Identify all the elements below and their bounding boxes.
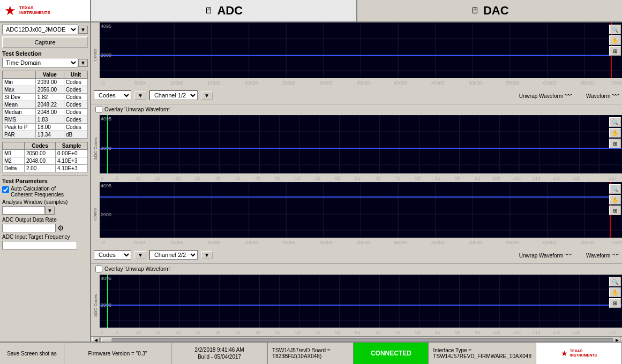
stats-value: 1.82 xyxy=(35,94,64,101)
chart2-scroll-thumb[interactable] xyxy=(101,338,112,342)
chart1-channel-select[interactable]: Channel 1/2 xyxy=(149,90,198,100)
auto-calc-label: Auto Calculation of Coherent Frequencies xyxy=(11,186,64,198)
time-domain-row: Time Domain ▼ xyxy=(2,58,88,67)
marker-sample: 4.10E+3 xyxy=(55,157,87,165)
chart2-channel-select[interactable]: Channel 2/2 xyxy=(149,250,198,260)
time-domain-select[interactable]: Time Domain xyxy=(2,58,78,67)
svg-text:10000: 10000 xyxy=(170,80,183,86)
svg-text:10: 10 xyxy=(136,176,141,181)
stats-label: Peak to P xyxy=(3,124,36,131)
stats-label: St Dev xyxy=(3,94,36,101)
svg-text:10: 10 xyxy=(136,330,141,335)
chart2-codes-select[interactable]: Codes xyxy=(94,250,131,260)
adc-input-freq-input[interactable]: 197.970000000M xyxy=(2,241,77,249)
chart2-waveform-x-svg: 0 5 10 15 20 25 30 35 40 45 50 55 xyxy=(100,328,622,336)
svg-text:0: 0 xyxy=(101,176,103,181)
chart2-overlay-checkbox[interactable] xyxy=(95,266,102,272)
chart1-codes-svg: 4095 2000 0- xyxy=(100,22,622,87)
chart2-waveform-fit-icon[interactable]: ⊞ xyxy=(609,298,621,308)
stats-value: 13.34 xyxy=(35,131,64,139)
capture-button[interactable]: Capture xyxy=(2,36,88,48)
chart2-scroll-track[interactable] xyxy=(100,338,613,342)
chart1-waveform-y-area: ADC Codes xyxy=(91,115,100,182)
stats-row: Peak to P18.00Codes xyxy=(3,124,88,131)
chart1-codes-select[interactable]: Codes xyxy=(94,90,131,100)
mode-dropdown-arrow[interactable]: ▼ xyxy=(78,26,88,34)
svg-text:115: 115 xyxy=(553,176,561,181)
svg-text:115: 115 xyxy=(553,330,561,335)
chart2-overlay-label: Overlay 'Unwrap Waveform' xyxy=(104,266,170,272)
gear-icon[interactable]: ⚙ xyxy=(57,224,64,232)
chart2-zoom-icon[interactable]: 🔍 xyxy=(609,184,621,194)
stats-value: 1.83 xyxy=(35,116,64,124)
chart1-pan-icon[interactable]: ✋ xyxy=(609,35,621,45)
time-domain-arrow[interactable]: ▼ xyxy=(78,59,88,67)
chart1-waveform-zoom-icon[interactable]: 🔍 xyxy=(609,117,621,127)
stats-unit: Codes xyxy=(64,116,87,124)
analysis-window-arrow[interactable]: ▼ xyxy=(45,207,55,215)
chart1-codes-btn[interactable]: ▼ xyxy=(134,92,146,100)
chart1-waveform-fit-icon[interactable]: ⊞ xyxy=(609,139,621,148)
chart1-overlay-checkbox[interactable] xyxy=(95,106,102,113)
svg-text:50000: 50000 xyxy=(468,240,482,245)
stats-table: Value Unit Min2039.00CodesMax2056.00Code… xyxy=(2,71,88,139)
chart2-scroll-left[interactable]: ◀ xyxy=(92,337,100,342)
save-screenshot-cell[interactable]: Save Screen shot as xyxy=(0,343,64,364)
adc-output-rate-input[interactable]: 2.5G xyxy=(2,224,56,232)
stats-label: Median xyxy=(3,109,36,116)
svg-text:5000: 5000 xyxy=(134,80,145,86)
test-params-label: Test Parameters xyxy=(2,176,88,184)
mode-dropdown[interactable]: ADC12DJx00_JMODE xyxy=(2,25,78,34)
chart2-pan-icon[interactable]: ✋ xyxy=(609,195,621,204)
dac-tab[interactable]: 🖥 DAC xyxy=(357,0,623,21)
chart1-codes-area: Codes xyxy=(91,22,622,87)
stats-row: PAR13.34dB xyxy=(3,131,88,139)
svg-text:50: 50 xyxy=(295,330,301,335)
chart1-x-axis-svg: 0 5000 10000 15000 20000 25000 30000 350… xyxy=(100,78,622,87)
stats-label: Mean xyxy=(3,101,36,109)
chart2-waveform-zoom-icon[interactable]: 🔍 xyxy=(609,277,621,286)
svg-text:4095: 4095 xyxy=(101,116,111,122)
chart1-waveform-svg: 4095 2000 0- xyxy=(100,115,622,182)
stats-row: Min2039.00Codes xyxy=(3,79,88,86)
chart1-fit-icon[interactable]: ⊞ xyxy=(609,46,621,56)
svg-text:2000: 2000 xyxy=(101,52,111,58)
auto-calc-checkbox[interactable] xyxy=(2,186,9,193)
interface-label: Interface Type = TSW14J57REVD_FIRMWARE_1… xyxy=(433,347,531,359)
chart2-waveform-pan-icon[interactable]: ✋ xyxy=(609,287,621,297)
stats-row: RMS1.83Codes xyxy=(3,116,88,124)
svg-text:25: 25 xyxy=(195,176,200,181)
chart1-waveform-pan-icon[interactable]: ✋ xyxy=(609,128,621,138)
chart2-x-axis: 0 5000 10000 15000 20000 25000 30000 350… xyxy=(100,238,622,246)
svg-text:75: 75 xyxy=(395,176,400,181)
chart2-scroll-right[interactable]: ▶ xyxy=(613,337,621,342)
svg-text:35: 35 xyxy=(235,176,241,181)
chart1-channel-btn[interactable]: ▼ xyxy=(201,92,213,100)
board-cell: TSW14J57revD Board = T823BFIZ(10AX048) xyxy=(268,343,354,364)
chart2-channel-btn[interactable]: ▼ xyxy=(201,251,213,259)
chart2-scrollbar[interactable]: ◀ ▶ xyxy=(91,336,622,342)
ti-end-logo: ★ TEXAS INSTRUMENTS xyxy=(536,343,622,364)
svg-text:45: 45 xyxy=(275,176,280,181)
svg-text:0: 0 xyxy=(102,240,105,245)
dac-label: DAC xyxy=(483,4,509,18)
adc-input-freq-row: 197.970000000M xyxy=(2,241,88,249)
svg-text:75: 75 xyxy=(395,330,400,335)
svg-text:15000: 15000 xyxy=(207,240,221,245)
svg-text:90: 90 xyxy=(455,330,461,335)
interface-cell: Interface Type = TSW14J57REVD_FIRMWARE_1… xyxy=(429,343,536,364)
adc-icon: 🖥 xyxy=(204,6,213,16)
svg-text:45: 45 xyxy=(275,330,280,335)
chart2-codes-btn[interactable]: ▼ xyxy=(134,251,146,259)
chart1-zoom-icon[interactable]: 🔍 xyxy=(609,25,621,34)
chart2-controls: Codes ▼ Channel 2/2 ▼ Unwrap Waveform 〰 … xyxy=(91,246,622,263)
svg-text:80: 80 xyxy=(415,176,421,181)
stats-row: Median2048.00Codes xyxy=(3,109,88,116)
analysis-window-input[interactable]: 65536 xyxy=(2,206,45,215)
svg-text:70: 70 xyxy=(375,330,380,335)
chart2-fit-icon[interactable]: ⊞ xyxy=(609,206,621,215)
marker-label: M2 xyxy=(3,157,25,165)
chart1-overlay-label: Overlay 'Unwrap Waveform' xyxy=(104,107,170,112)
adc-tab[interactable]: 🖥 ADC xyxy=(91,0,357,21)
svg-text:120: 120 xyxy=(572,176,580,181)
